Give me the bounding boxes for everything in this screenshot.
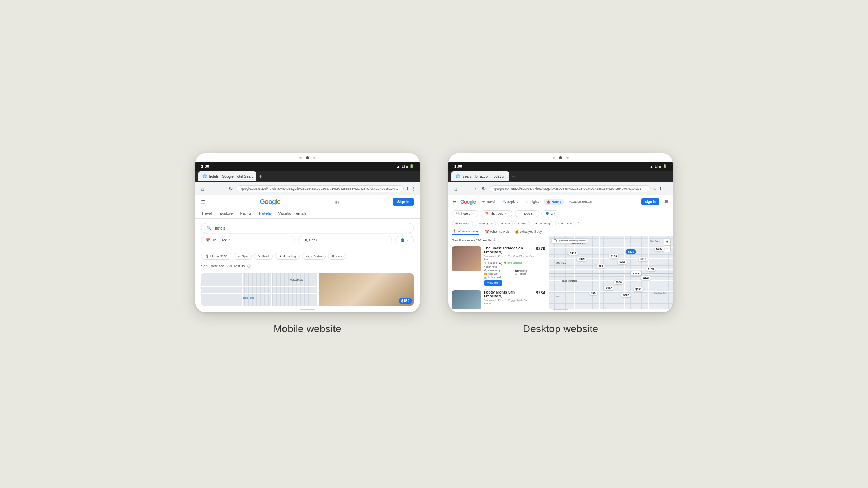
mobile-hamburger-icon[interactable]: ☰ <box>201 199 206 205</box>
mobile-hotel-map-image: CHINATOWN Francisco <box>201 273 317 306</box>
mobile-nav-explore[interactable]: Explore <box>219 211 233 218</box>
mobile-spa-icon: ✦ <box>238 254 241 258</box>
desktop-guests-icon: 👤 <box>545 212 549 215</box>
desktop-filter-spa[interactable]: ✦ Spa <box>498 221 513 226</box>
desktop-filter-more-icon[interactable]: ✕ <box>577 221 580 226</box>
mobile-travel-nav: Travel Explore Flights Hotels Vacation r… <box>195 209 420 219</box>
map-pin-279[interactable]: $279 <box>626 249 636 254</box>
map-pin-386[interactable]: $386 <box>613 280 624 284</box>
mobile-address-bar[interactable]: google.com/travel/hotels?q=hotels&g2lb=2… <box>237 185 404 192</box>
desktop-hotel-name-1: The Coast Terrace San Francisco,... <box>484 246 536 254</box>
mobile-filter-more[interactable]: Price ▾ <box>328 253 346 260</box>
desktop-map-update-ctrl[interactable]: Update list when map moves <box>552 239 588 243</box>
desktop-tab-price[interactable]: 💰 What you'll pay <box>515 229 542 235</box>
desktop-filter-pool[interactable]: ✕ Pool <box>514 221 530 226</box>
mobile-filter-price[interactable]: 💲 Under $150 <box>201 253 231 260</box>
desktop-search-clear-icon[interactable]: ✕ <box>472 212 475 215</box>
desktop-hotel-card-1[interactable]: The Coast Terrace San Francisco,... Spon… <box>448 244 549 288</box>
mobile-nav-refresh-icon[interactable]: ↻ <box>227 186 234 192</box>
map-pin-291[interactable]: $291 <box>633 287 644 292</box>
mobile-new-tab-button[interactable]: + <box>259 173 262 180</box>
desktop-filter-all[interactable]: ⊟ All filters <box>452 221 473 226</box>
desktop-guests-pill[interactable]: 👤 2 › <box>541 210 559 217</box>
mobile-filter-rating[interactable]: ★ 4+ rating <box>275 253 300 260</box>
desktop-nav-refresh-icon[interactable]: ↻ <box>480 186 488 192</box>
desktop-nav-travel[interactable]: ✈ Travel <box>479 199 498 205</box>
mobile-nav-home-icon[interactable]: ⌂ <box>199 186 206 192</box>
desktop-map-update-checkbox[interactable] <box>554 239 557 242</box>
desktop-tab-when[interactable]: 📅 When to visit <box>485 229 509 235</box>
desktop-nav-hotels[interactable]: 🏨 Hotels <box>544 199 565 205</box>
mobile-search-box[interactable]: 🔍 <box>201 223 414 233</box>
desktop-filter-stars[interactable]: 4- or 5-star <box>555 221 575 226</box>
map-pin-288[interactable]: $288 <box>617 260 628 264</box>
mobile-nav-hotels[interactable]: Hotels <box>259 211 271 218</box>
mobile-tab-title: hotels - Google Hotel Search <box>209 175 255 179</box>
map-pin-163[interactable]: $163 <box>646 267 656 271</box>
map-pin-244[interactable]: $244 <box>631 271 641 276</box>
map-pin-71[interactable]: $71 <box>596 264 605 269</box>
desktop-filter-rating[interactable]: ★ 4+ rating <box>532 221 553 226</box>
desktop-nav-back-icon[interactable]: ← <box>461 186 469 192</box>
map-pin-272[interactable]: $272 <box>641 275 651 280</box>
mobile-status-bar: 1:00 ▲ LTE 🔋 <box>195 162 420 171</box>
desktop-hotel-card-2[interactable]: Foggy Nights San Francisco,... Sponsored… <box>448 288 549 309</box>
desktop-map-panel: MASON RUSSIAN HILL Coit Tower NOB HILL C… <box>549 236 673 309</box>
desktop-checkin-pill[interactable]: 📅 Thu, Dec 7 › <box>481 210 512 217</box>
mobile-nav-travel[interactable]: Travel <box>201 211 212 218</box>
desktop-zoom-in-button[interactable]: + <box>664 239 671 245</box>
desktop-download-icon[interactable]: ⬇ <box>659 186 663 191</box>
desktop-menu-icon[interactable]: ⋮ <box>665 186 669 191</box>
mobile-download-icon[interactable]: ⬇ <box>406 186 409 191</box>
desktop-sign-in-button[interactable]: Sign in <box>641 198 659 205</box>
map-pin-567[interactable]: $567 <box>604 286 614 290</box>
map-pin-55[interactable]: $55 <box>589 291 598 295</box>
desktop-nav-home-icon[interactable]: ⌂ <box>452 186 459 192</box>
desktop-nav-forward-icon[interactable]: → <box>471 186 478 192</box>
map-pin-153[interactable]: $153 <box>609 254 619 258</box>
map-pin-119[interactable]: $119 <box>638 257 649 261</box>
desktop-checkout-pill[interactable]: Fri, Dec 8 › <box>515 210 539 217</box>
desktop-tablet-top <box>448 153 673 162</box>
mobile-nav-flights[interactable]: Flights <box>240 211 251 218</box>
map-pin-930[interactable]: $930 <box>654 247 665 251</box>
desktop-stars-icon-1: ★ <box>484 261 486 265</box>
map-pin-115[interactable]: $115 <box>568 251 578 256</box>
mobile-guests-pill[interactable]: 👤 2 <box>395 236 414 244</box>
desktop-hamburger-icon[interactable]: ☰ <box>453 199 457 204</box>
map-pin-379[interactable]: $379 <box>576 257 587 261</box>
mobile-hotel-card[interactable]: CHINATOWN Francisco $159 The Goldrush In <box>195 270 420 307</box>
desktop-nav-vacation[interactable]: Vacation rentals <box>566 199 595 205</box>
desktop-zoom-out-button[interactable]: − <box>664 245 671 252</box>
desktop-tab-where[interactable]: 📍 Where to stay <box>452 229 479 235</box>
mobile-filter-spa[interactable]: ✦ Spa <box>234 253 252 260</box>
mobile-sensor-2 <box>313 157 315 159</box>
desktop-view-offer-button-1[interactable]: View offer <box>484 280 502 286</box>
desktop-filter-stars-label: 4- or 5-star <box>558 222 572 225</box>
mobile-search-input[interactable] <box>215 226 408 230</box>
mobile-active-tab[interactable]: 🌐 hotels - Google Hotel Search ✕ <box>198 171 256 181</box>
desktop-filter-price[interactable]: Under $150 <box>475 221 496 226</box>
mobile-nav-vacation[interactable]: Vacation rentals <box>278 211 306 218</box>
desktop-nav-explore[interactable]: 🔍 Explore <box>499 199 522 205</box>
desktop-address-bar[interactable]: google.com/travel/search?q=hotels&g2lb=2… <box>490 185 651 192</box>
mobile-filter-stars[interactable]: 4- or 5-star <box>302 253 326 260</box>
mobile-sensor <box>299 157 302 159</box>
desktop-active-tab[interactable]: 🌐 Search for accommodation... ✕ <box>451 171 509 181</box>
desktop-nav-flights[interactable]: ✕ Flights <box>523 199 542 205</box>
map-pin-229[interactable]: $229 <box>621 293 631 297</box>
mobile-nav-forward-icon[interactable]: → <box>218 186 225 192</box>
desktop-reviews-1: (411▲) <box>493 261 502 265</box>
mobile-grid-icon[interactable]: ⊞ <box>335 199 339 205</box>
desktop-new-tab-button[interactable]: + <box>512 173 515 180</box>
mobile-tablet-frame: 1:00 ▲ LTE 🔋 🌐 hotels - Google Hotel Sea… <box>195 153 420 312</box>
mobile-checkout-pill[interactable]: Fri, Dec 8 <box>298 236 392 244</box>
mobile-nav-back-icon[interactable]: ← <box>208 186 216 192</box>
mobile-menu-icon[interactable]: ⋮ <box>412 186 416 191</box>
desktop-search-pill[interactable]: 🔍 hotels ✕ <box>452 210 478 217</box>
mobile-sign-in-button[interactable]: Sign in <box>393 198 414 206</box>
mobile-checkin-pill[interactable]: 📅 Thu, Dec 7 <box>201 236 295 244</box>
mobile-filter-pool[interactable]: ✕ Pool <box>254 253 273 260</box>
desktop-bookmark-icon[interactable]: ☆ <box>653 186 657 191</box>
desktop-grid-icon[interactable]: ⊞ <box>665 199 668 204</box>
